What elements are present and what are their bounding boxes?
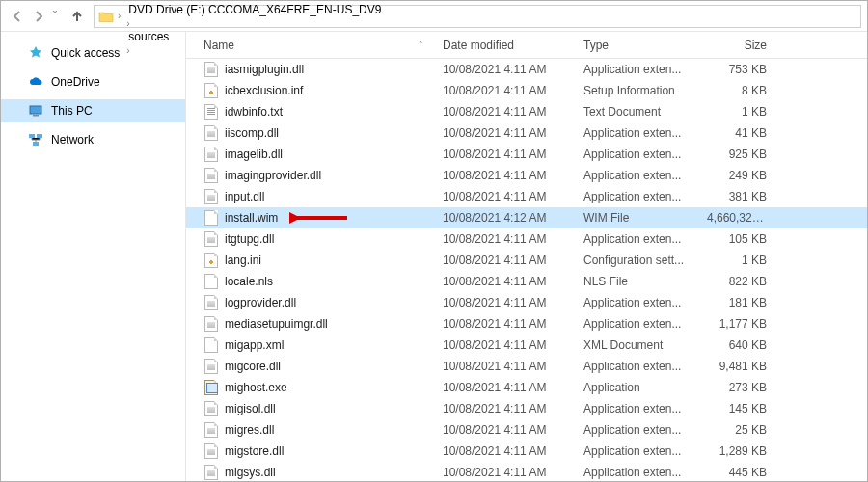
chevron-right-icon[interactable]: ›: [116, 11, 122, 21]
file-name: install.wim: [225, 211, 278, 225]
file-row[interactable]: idwbinfo.txt10/08/2021 4:11 AMText Docum…: [186, 101, 867, 122]
file-name: iasmigplugin.dll: [225, 63, 304, 76]
chevron-right-icon[interactable]: ›: [124, 0, 131, 2]
file-row[interactable]: itgtupg.dll10/08/2021 4:11 AMApplication…: [186, 228, 867, 250]
sidebar-item-label: OneDrive: [51, 75, 100, 89]
file-size: 181 KB: [697, 296, 776, 309]
file-size: 105 KB: [697, 232, 776, 246]
file-date: 10/08/2021 4:11 AM: [433, 466, 574, 479]
file-icon: [203, 253, 219, 268]
file-date: 10/08/2021 4:11 AM: [433, 254, 574, 267]
file-type: Application exten...: [574, 360, 697, 373]
file-size: 1 KB: [697, 105, 776, 119]
file-type: Application exten...: [574, 466, 697, 479]
file-icon: [203, 231, 219, 247]
pc-icon: [28, 103, 43, 119]
file-icon: [203, 104, 219, 120]
file-size: 445 KB: [697, 466, 776, 479]
file-row[interactable]: locale.nls10/08/2021 4:11 AMNLS File822 …: [186, 271, 867, 292]
file-size: 41 KB: [697, 126, 776, 140]
file-icon: [203, 168, 219, 183]
file-row[interactable]: migsys.dll10/08/2021 4:11 AMApplication …: [186, 462, 867, 481]
file-row[interactable]: imagingprovider.dll10/08/2021 4:11 AMApp…: [186, 165, 867, 186]
file-size: 145 KB: [697, 402, 776, 415]
file-name: migcore.dll: [225, 360, 281, 373]
file-size: 249 KB: [697, 169, 776, 182]
file-icon: [203, 189, 219, 204]
file-row[interactable]: migres.dll10/08/2021 4:11 AMApplication …: [186, 419, 867, 441]
file-row[interactable]: logprovider.dll10/08/2021 4:11 AMApplica…: [186, 292, 867, 313]
file-icon: [203, 465, 219, 480]
back-button[interactable]: [7, 6, 28, 27]
file-row[interactable]: migstore.dll10/08/2021 4:11 AMApplicatio…: [186, 441, 867, 462]
file-name: icbexclusion.inf: [225, 84, 303, 97]
sidebar-item-network[interactable]: Network: [1, 128, 185, 151]
file-name: lang.ini: [225, 254, 261, 267]
file-name: idwbinfo.txt: [225, 105, 283, 119]
file-name: mediasetupuimgr.dll: [225, 317, 328, 331]
sidebar-item-label: This PC: [51, 104, 93, 118]
file-name: logprovider.dll: [225, 296, 296, 309]
file-icon: [203, 422, 219, 438]
sidebar-item-this-pc[interactable]: This PC: [1, 99, 185, 122]
file-name: imagingprovider.dll: [225, 169, 321, 182]
file-icon: [203, 210, 219, 226]
file-type: Configuration sett...: [574, 254, 697, 267]
file-icon: [203, 316, 219, 332]
file-row[interactable]: lang.ini10/08/2021 4:11 AMConfiguration …: [186, 250, 867, 271]
file-name: migapp.xml: [225, 338, 284, 352]
up-button[interactable]: [67, 6, 88, 27]
file-size: 1,177 KB: [697, 317, 776, 331]
file-row[interactable]: icbexclusion.inf10/08/2021 4:11 AMSetup …: [186, 80, 867, 101]
forward-button[interactable]: [28, 6, 49, 27]
file-row[interactable]: migcore.dll10/08/2021 4:11 AMApplication…: [186, 356, 867, 377]
sidebar-item-label: Quick access: [51, 46, 120, 60]
column-date[interactable]: Date modified: [433, 32, 574, 58]
file-type: Application exten...: [574, 423, 697, 437]
file-icon: [203, 401, 219, 416]
sidebar-item-quick-access[interactable]: Quick access: [1, 41, 185, 65]
column-name[interactable]: Name˄: [186, 32, 433, 58]
file-size: 8 KB: [697, 84, 776, 97]
file-type: Application exten...: [574, 232, 697, 246]
file-date: 10/08/2021 4:11 AM: [433, 402, 574, 415]
file-row[interactable]: imagelib.dll10/08/2021 4:11 AMApplicatio…: [186, 144, 867, 165]
svg-rect-1: [33, 115, 39, 117]
file-icon: [203, 125, 219, 141]
folder-icon: [98, 9, 114, 24]
recent-locations-dropdown[interactable]: ˅: [49, 10, 61, 23]
file-size: 9,481 KB: [697, 360, 776, 373]
file-type: Application exten...: [574, 126, 697, 140]
file-date: 10/08/2021 4:11 AM: [433, 232, 574, 246]
column-headers: Name˄ Date modified Type Size: [186, 32, 867, 59]
file-row[interactable]: iiscomp.dll10/08/2021 4:11 AMApplication…: [186, 122, 867, 144]
file-size: 1 KB: [697, 254, 776, 267]
chevron-right-icon[interactable]: ›: [124, 18, 131, 29]
file-name: input.dll: [225, 190, 264, 203]
file-row[interactable]: migapp.xml10/08/2021 4:11 AMXML Document…: [186, 335, 867, 356]
file-row[interactable]: mighost.exe10/08/2021 4:11 AMApplication…: [186, 377, 867, 398]
file-type: Application exten...: [574, 296, 697, 309]
file-icon: [203, 274, 219, 289]
file-row[interactable]: install.wim10/08/2021 4:12 AMWIM File4,6…: [186, 207, 867, 228]
svg-rect-2: [29, 134, 35, 138]
file-type: Application exten...: [574, 444, 697, 458]
file-date: 10/08/2021 4:11 AM: [433, 338, 574, 352]
breadcrumb-segment[interactable]: DVD Drive (E:) CCCOMA_X64FRE_EN-US_DV9: [124, 3, 385, 16]
column-size[interactable]: Size: [697, 32, 776, 58]
file-list-pane: Name˄ Date modified Type Size iasmigplug…: [186, 32, 867, 481]
file-size: 25 KB: [697, 423, 776, 437]
column-type[interactable]: Type: [574, 32, 697, 58]
sidebar-item-label: Network: [51, 133, 94, 147]
cloud-icon: [28, 74, 43, 90]
file-row[interactable]: mediasetupuimgr.dll10/08/2021 4:11 AMApp…: [186, 313, 867, 335]
sidebar-item-onedrive[interactable]: OneDrive: [1, 70, 185, 94]
address-field[interactable]: › This PC›DVD Drive (E:) CCCOMA_X64FRE_E…: [94, 5, 861, 28]
file-row[interactable]: input.dll10/08/2021 4:11 AMApplication e…: [186, 186, 867, 207]
file-name: mighost.exe: [225, 381, 287, 394]
file-date: 10/08/2021 4:11 AM: [433, 444, 574, 458]
file-icon: [203, 359, 219, 374]
file-row[interactable]: migisol.dll10/08/2021 4:11 AMApplication…: [186, 398, 867, 419]
file-row[interactable]: iasmigplugin.dll10/08/2021 4:11 AMApplic…: [186, 59, 867, 80]
file-icon: [203, 83, 219, 98]
